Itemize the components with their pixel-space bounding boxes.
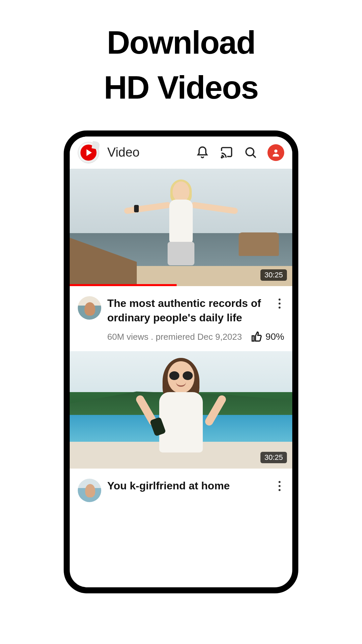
svg-point-1 [246,148,254,156]
video-meta: You k-girlfriend at home [70,469,292,511]
header-actions [195,144,284,161]
video-stats: 60M views . premiered Dec 9,2023 [107,332,244,342]
headline-line-2: HD Videos [104,65,258,110]
channel-avatar[interactable] [78,479,101,502]
like-percent: 90% [265,331,284,342]
cast-icon[interactable] [219,145,234,160]
headline-line-1: Download [104,20,258,65]
channel-avatar[interactable] [78,296,101,320]
video-title: The most authentic records of ordinary p… [107,296,284,325]
phone-frame: Video [64,130,298,593]
app-header: Video [70,137,292,169]
video-title: You k-girlfriend at home [107,479,284,493]
app-logo[interactable] [78,142,99,163]
page-headline: Download HD Videos [104,20,258,110]
video-meta: The most authentic records of ordinary p… [70,286,292,351]
duration-badge: 30:25 [260,452,287,463]
app-brand-name: Video [107,145,195,160]
svg-point-0 [222,157,223,158]
profile-avatar[interactable] [267,144,284,161]
svg-point-2 [274,149,277,152]
video-thumbnail[interactable]: 30:25 [70,169,292,286]
video-feed[interactable]: 30:25 The most authentic records of ordi… [70,169,292,511]
video-card[interactable]: 30:25 The most authentic records of ordi… [70,169,292,351]
duration-badge: 30:25 [260,269,287,281]
thumbs-up-icon [251,331,262,342]
like-indicator[interactable]: 90% [251,331,284,342]
search-icon[interactable] [243,145,258,160]
video-thumbnail[interactable]: 30:25 [70,351,292,469]
video-card[interactable]: 30:25 You k-girlfriend at home [70,351,292,511]
more-options-button[interactable] [274,479,286,493]
bell-icon[interactable] [195,145,210,160]
more-options-button[interactable] [274,296,286,311]
